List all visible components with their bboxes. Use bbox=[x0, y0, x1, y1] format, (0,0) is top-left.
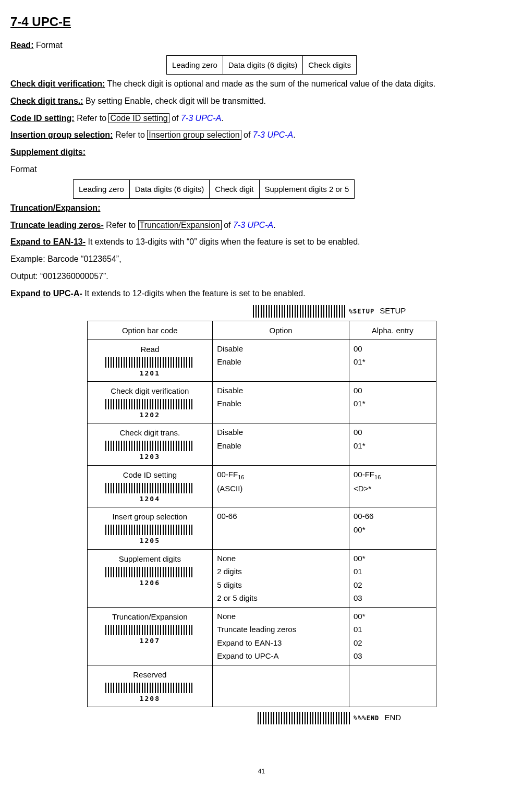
alpha-entry: 00 bbox=[354, 342, 431, 356]
option-value: Truncate leading zeros bbox=[217, 623, 345, 636]
alpha-entry: 00 bbox=[354, 426, 431, 439]
alpha-entry: 03 bbox=[354, 591, 431, 605]
alpha-entry: 01* bbox=[354, 397, 431, 410]
barcode-code: 1201 bbox=[92, 367, 209, 379]
supp-label: Supplement digits: bbox=[10, 148, 86, 156]
option-value: Expand to UPC-A bbox=[217, 649, 345, 663]
trunc-mid: of bbox=[222, 221, 233, 229]
option-barcode-cell: Read1201 bbox=[87, 340, 213, 381]
barcode-code: 1208 bbox=[92, 693, 209, 705]
alpha-entry-cell: 0001* bbox=[349, 423, 436, 465]
alpha-entry-cell: 0001* bbox=[349, 340, 436, 381]
table-row: Reserved1208 bbox=[87, 665, 436, 707]
insgrp-link[interactable]: 7-3 UPC-A bbox=[253, 130, 293, 139]
alpha-entry: 00* bbox=[354, 523, 431, 537]
alpha-entry: 01 bbox=[354, 623, 431, 636]
format-table-2: Leading zero Data digits (6 digits) Chec… bbox=[73, 179, 355, 199]
barcode-icon bbox=[105, 399, 194, 409]
alpha-entry: <D>* bbox=[354, 482, 431, 495]
option-value: 00-FF16 bbox=[217, 468, 345, 482]
fmt2-c4: Supplement digits 2 or 5 bbox=[259, 179, 355, 198]
option-value: Disable bbox=[217, 384, 345, 397]
option-values-cell: DisableEnable bbox=[213, 340, 349, 381]
option-value: 5 digits bbox=[217, 578, 345, 592]
option-barcode-cell: Check digit trans.1203 bbox=[87, 423, 213, 465]
barcode-icon bbox=[105, 567, 194, 577]
setup-barcode-line: %SETUP SETUP bbox=[146, 304, 513, 318]
barcode-icon bbox=[258, 712, 351, 724]
option-value: Enable bbox=[217, 439, 345, 453]
codeid-line: Code ID setting: Refer to Code ID settin… bbox=[10, 111, 513, 126]
option-barcode-cell: Check digit verification1202 bbox=[87, 381, 213, 423]
codeid-mid: of bbox=[169, 114, 181, 123]
format-table-1: Leading zero Data digits (6 digits) Chec… bbox=[166, 55, 357, 75]
alpha-entry: 01* bbox=[354, 439, 431, 453]
insgrp-box: Insertion group selection bbox=[147, 130, 241, 140]
option-value: Disable bbox=[217, 342, 345, 356]
fmt1-c3: Check digits bbox=[303, 55, 357, 74]
option-barcode-cell: Reserved1208 bbox=[87, 665, 213, 707]
check-trans-label: Check digit trans.: bbox=[10, 96, 83, 105]
barcode-icon bbox=[105, 357, 194, 368]
table-row: Insert group selection120500-6600-6600* bbox=[87, 507, 436, 549]
option-name: Code ID setting bbox=[92, 468, 209, 482]
trunc-box: Truncation/Expansion bbox=[138, 220, 222, 230]
exp13-line: Expand to EAN-13- It extends to 13-digit… bbox=[10, 235, 513, 250]
option-value: Enable bbox=[217, 397, 345, 410]
alpha-entry: 03 bbox=[354, 649, 431, 663]
expupca-text: It extends to 12-digits when the feature… bbox=[84, 289, 305, 298]
check-verif-line: Check digit verification: The check digi… bbox=[10, 77, 513, 92]
barcode-code: 1205 bbox=[92, 535, 209, 547]
barcode-code: 1202 bbox=[92, 409, 209, 421]
codeid-link[interactable]: 7-3 UPC-A bbox=[181, 114, 221, 123]
option-name: Check digit verification bbox=[92, 384, 209, 398]
fmt2-c2: Data digits (6 digits) bbox=[129, 179, 210, 198]
alpha-entry: 00-66 bbox=[354, 510, 431, 523]
trunc-period: . bbox=[273, 221, 275, 229]
th-barcode: Option bar code bbox=[87, 321, 213, 340]
exp13-label: Expand to EAN-13- bbox=[10, 237, 86, 246]
barcode-code: 1207 bbox=[92, 635, 209, 647]
codeid-label: Code ID setting: bbox=[10, 114, 75, 123]
page-heading: 7-4 UPC-E bbox=[10, 10, 513, 33]
option-value: None bbox=[217, 552, 345, 565]
table-row: Check digit verification1202DisableEnabl… bbox=[87, 381, 436, 423]
supp-format: Format bbox=[10, 162, 513, 177]
alpha-entry: 00* bbox=[354, 610, 431, 623]
option-value: Disable bbox=[217, 426, 345, 439]
read-line: Read: Format bbox=[10, 38, 513, 53]
fmt1-c2: Data digits (6 digits) bbox=[223, 55, 303, 74]
option-value: (ASCII) bbox=[217, 482, 345, 495]
option-values-cell bbox=[213, 665, 349, 707]
fmt1-c1: Leading zero bbox=[167, 55, 223, 74]
expupca-line: Expand to UPC-A- It extends to 12-digits… bbox=[10, 286, 513, 301]
option-name: Truncation/Expansion bbox=[92, 610, 209, 624]
barcode-icon bbox=[105, 683, 194, 693]
alpha-entry-cell: 00-6600* bbox=[349, 507, 436, 549]
alpha-entry: 02 bbox=[354, 578, 431, 592]
trunc-link[interactable]: 7-3 UPC-A bbox=[233, 221, 273, 229]
option-value: 2 or 5 digits bbox=[217, 591, 345, 605]
barcode-icon bbox=[105, 483, 194, 493]
options-table: Option bar code Option Alpha. entry Read… bbox=[87, 321, 436, 707]
fmt2-c3: Check digit bbox=[210, 179, 259, 198]
barcode-code: 1203 bbox=[92, 451, 209, 463]
barcode-icon bbox=[105, 441, 194, 451]
supp-line: Supplement digits: bbox=[10, 145, 513, 160]
option-barcode-cell: Supplement digits1206 bbox=[87, 549, 213, 607]
end-label: END bbox=[385, 713, 402, 722]
option-name: Reserved bbox=[92, 668, 209, 682]
alpha-entry: 01 bbox=[354, 565, 431, 578]
expupca-label: Expand to UPC-A- bbox=[10, 289, 82, 298]
alpha-entry-cell bbox=[349, 665, 436, 707]
option-barcode-cell: Code ID setting1204 bbox=[87, 465, 213, 507]
barcode-code: 1204 bbox=[92, 493, 209, 505]
alpha-entry: 02 bbox=[354, 636, 431, 650]
option-values-cell: 00-FF16(ASCII) bbox=[213, 465, 349, 507]
trunc-line: Truncate leading zeros- Refer to Truncat… bbox=[10, 218, 513, 233]
codeid-period: . bbox=[221, 114, 223, 123]
option-value: 2 digits bbox=[217, 565, 345, 578]
page-number: 41 bbox=[10, 766, 513, 778]
alpha-entry: 00 bbox=[354, 384, 431, 397]
insgrp-mid: of bbox=[241, 130, 253, 139]
